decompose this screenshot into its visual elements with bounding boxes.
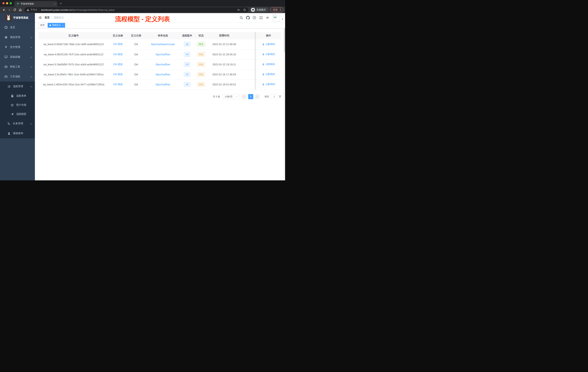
version-tag[interactable]: v5 xyxy=(184,42,190,47)
form-link[interactable]: /bpm/oa/flow xyxy=(156,53,170,56)
assign-rule-button[interactable]: 分配规则 xyxy=(262,43,275,46)
sidebar-item-process-form[interactable]: 流程表单 xyxy=(0,91,35,100)
back-icon[interactable] xyxy=(1,8,6,12)
app-viewport: 芋道管理系统 首页 系统管理 ¥ 支付管理 xyxy=(0,13,285,180)
sidebar-item-payment[interactable]: ¥ 支付管理 xyxy=(0,42,35,52)
version-tag[interactable]: v1 xyxy=(184,82,190,87)
hamburger-icon[interactable] xyxy=(38,16,42,20)
traffic-lights xyxy=(0,0,14,7)
forward-icon[interactable] xyxy=(7,8,12,12)
next-page-button[interactable] xyxy=(255,94,260,99)
prev-page-button[interactable] xyxy=(242,94,247,99)
help-icon[interactable]: ? xyxy=(252,15,257,20)
chevron-down-icon xyxy=(30,65,32,68)
chevron-down-icon xyxy=(30,46,32,49)
person-icon xyxy=(262,73,264,76)
sidebar-item-system[interactable]: 系统管理 xyxy=(0,33,35,42)
sidebar-item-workflow[interactable]: 工作流程 xyxy=(0,72,35,82)
incognito-badge: 无痕模式 xyxy=(250,7,268,12)
sidebar-item-infra[interactable]: 基础设施 xyxy=(0,52,35,62)
col-definition-name: 定义名称 xyxy=(109,32,127,39)
security-label[interactable]: 不安全 xyxy=(30,8,37,11)
sidebar-item-home[interactable]: 首页 xyxy=(0,22,35,33)
page-number-1[interactable]: 1 xyxy=(248,94,253,99)
definition-name-link[interactable]: OA 请假 xyxy=(113,53,123,56)
col-status: 状态 xyxy=(194,32,208,39)
tag-close-icon[interactable]: × xyxy=(62,24,63,26)
minimize-window-button[interactable] xyxy=(6,2,8,4)
sidebar-item-user-group[interactable]: 用户分组 xyxy=(0,100,35,109)
form-link[interactable]: /bpm/oa/flow xyxy=(156,63,170,66)
avatar-caret-icon[interactable]: ▾ xyxy=(282,18,283,20)
assign-rule-button[interactable]: 分配规则 xyxy=(262,63,275,66)
sidebar-item-task-mgmt[interactable]: 任务管理 xyxy=(0,119,35,129)
reload-icon[interactable] xyxy=(12,8,17,12)
cell-category: OA xyxy=(127,69,145,79)
page-content: 定义编号 定义名称 定义分类 表单信息 流程版本 状态 部署时间 操作 xyxy=(35,28,285,180)
sidebar-item-devtools[interactable]: 研发工具 xyxy=(0,62,35,72)
cell-deploy-time: 2022-01-16 17:46:53 xyxy=(208,69,240,79)
assign-rule-button[interactable]: 分配规则 xyxy=(262,73,275,76)
cell-category: OA xyxy=(127,39,145,49)
home-icon[interactable] xyxy=(18,8,22,12)
page-scrollbar[interactable] xyxy=(284,13,285,180)
form-link[interactable]: /bpm/oa/flow xyxy=(156,73,170,76)
tag-label: 首页 xyxy=(40,24,44,27)
new-tab-button[interactable]: + xyxy=(60,2,62,7)
address-bar[interactable]: 不安全 dashboard.yudao.iocoder.cn /bpm/mana… xyxy=(24,7,249,12)
tag-home[interactable]: 首页 xyxy=(38,23,46,28)
definition-name-link[interactable]: OA 请假 xyxy=(113,63,123,66)
dashboard-icon xyxy=(4,26,8,29)
definition-name-link[interactable]: OA 请假 xyxy=(113,43,123,45)
version-tag[interactable]: v4 xyxy=(184,52,190,57)
cell-definition-id: oa_leave:5:004b710b-7b8a-11ec-8ef0-acde4… xyxy=(38,39,109,49)
page-size-select[interactable]: 10条/页 xyxy=(222,94,240,99)
version-tag[interactable]: v2 xyxy=(184,72,190,77)
goto-page-input[interactable] xyxy=(271,94,277,99)
tab-close-icon[interactable]: × xyxy=(54,2,55,5)
bookmark-star-icon[interactable] xyxy=(242,8,247,12)
update-browser-button[interactable]: 更新 ⋮ xyxy=(270,7,283,12)
omnibox-divider xyxy=(39,8,39,11)
definition-name-link[interactable]: OA 请假 xyxy=(113,73,123,76)
version-tag[interactable]: v3 xyxy=(184,62,190,67)
browser-window: 芋道管理系统 × + 不安全 dashboard.yudao.iocoder.c… xyxy=(0,0,285,180)
chevron-left-icon xyxy=(243,96,245,98)
sidebar-item-leave-query[interactable]: 请假查询 xyxy=(0,129,35,138)
form-link[interactable]: /bpm/oa/flow xyxy=(156,83,170,86)
sidebar-item-process-model[interactable]: 流程模型 xyxy=(0,109,35,119)
tag-process-definition[interactable]: 流程定义 × xyxy=(48,23,65,28)
browser-tab[interactable]: 芋道管理系统 × xyxy=(14,1,57,7)
github-icon[interactable] xyxy=(245,15,250,20)
sidebar: 芋道管理系统 首页 系统管理 ¥ 支付管理 xyxy=(0,13,35,180)
col-definition-id: 定义编号 xyxy=(38,32,109,39)
col-definition-category: 定义分类 xyxy=(127,32,145,39)
fullscreen-icon[interactable] xyxy=(259,15,263,20)
password-key-icon[interactable] xyxy=(237,8,241,12)
menu-dots-icon[interactable]: ⋮ xyxy=(279,8,282,11)
person-icon xyxy=(262,83,264,86)
search-icon[interactable] xyxy=(239,15,244,20)
cell-deploy-time: 2022-01-16 01:40:51 xyxy=(208,79,240,89)
gear-icon xyxy=(4,36,8,39)
workflow-submenu: 流程管理 流程表单 用户分组 xyxy=(0,82,35,138)
table-header-row: 定义编号 定义名称 定义分类 表单信息 流程版本 状态 部署时间 操作 xyxy=(38,32,281,39)
font-size-icon[interactable]: tT xyxy=(265,15,270,20)
form-link[interactable]: /bpm/oa/leave/create xyxy=(151,43,175,46)
status-tag: 挂起 xyxy=(197,62,205,67)
sidebar-item-process-mgmt[interactable]: 流程管理 xyxy=(0,82,35,91)
avatar[interactable] xyxy=(273,14,280,21)
close-window-button[interactable] xyxy=(2,2,5,4)
browser-toolbar: 不安全 dashboard.yudao.iocoder.cn /bpm/mana… xyxy=(0,7,285,13)
assign-rule-button[interactable]: 分配规则 xyxy=(262,83,275,86)
person-icon xyxy=(262,53,264,55)
sidebar-logo[interactable]: 芋道管理系统 xyxy=(0,13,35,22)
assign-rule-button[interactable]: 分配规则 xyxy=(262,53,275,56)
breadcrumb-home[interactable]: 首页 xyxy=(44,16,50,19)
definition-name-link[interactable]: OA 请假 xyxy=(113,83,123,86)
col-process-version: 流程版本 xyxy=(180,32,194,39)
person-icon xyxy=(7,132,10,135)
zoom-window-button[interactable] xyxy=(10,2,12,4)
sidebar-item-label: 基础设施 xyxy=(10,55,28,59)
page-unit-label: 页 xyxy=(279,95,281,98)
